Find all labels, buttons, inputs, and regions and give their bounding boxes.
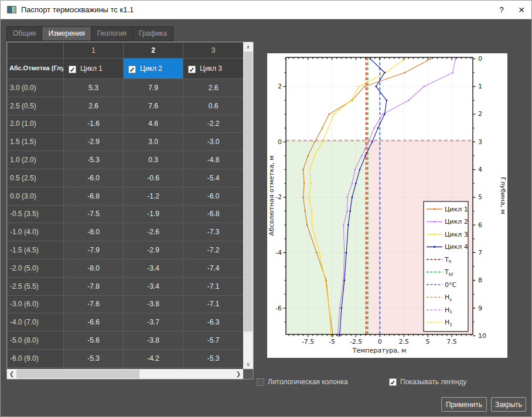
table-cell[interactable]: -3.0 bbox=[183, 133, 244, 151]
help-button[interactable]: ? bbox=[492, 1, 511, 19]
table-cell[interactable]: 2.6 bbox=[64, 97, 124, 115]
column-header-1[interactable]: 1 bbox=[64, 43, 124, 59]
table-cell[interactable]: -5.7 bbox=[183, 331, 244, 350]
table-cell[interactable]: -3.4 bbox=[124, 259, 183, 277]
cycle-checkbox-label: Цикл 3 bbox=[200, 64, 222, 73]
table-cell[interactable]: -4.8 bbox=[183, 151, 244, 169]
tab-measurements[interactable]: Измерения bbox=[42, 26, 90, 41]
table-cell[interactable]: -4.2 bbox=[124, 349, 183, 367]
table-cell[interactable]: -7.9 bbox=[64, 241, 124, 259]
apply-button[interactable]: Применить bbox=[441, 397, 487, 412]
table-cell[interactable]: 7.6 bbox=[124, 97, 183, 115]
chart-legend: Цикл 1Цикл 2Цикл 3Цикл 4ThTbf0°CHzH1H2 bbox=[424, 201, 468, 331]
svg-text:4: 4 bbox=[478, 166, 482, 173]
svg-text:5: 5 bbox=[426, 338, 430, 346]
cycle-checkbox-cell-3[interactable]: ✓Цикл 3 bbox=[183, 59, 244, 79]
cycle-checkbox-1[interactable]: ✓ bbox=[69, 66, 76, 73]
table-cell[interactable]: 0.6 bbox=[183, 97, 244, 115]
scrollbar-corner bbox=[243, 369, 253, 379]
table-cell[interactable]: -7.2 bbox=[183, 241, 244, 259]
table-cell[interactable]: -5.6 bbox=[64, 331, 124, 350]
cycle-checkbox-label: Цикл 1 bbox=[80, 64, 103, 73]
table-cell[interactable]: -2.6 bbox=[124, 223, 183, 241]
table-cell[interactable]: -7.6 bbox=[64, 295, 124, 313]
dialog-body: ОбщиеИзмеренияГеологияГрафика 123Абс.Отм… bbox=[1, 19, 531, 417]
svg-text:6: 6 bbox=[478, 221, 482, 229]
table-cell[interactable]: -2.9 bbox=[124, 241, 183, 259]
column-header-2[interactable]: 2 bbox=[124, 43, 183, 59]
table-cell[interactable]: -6.8 bbox=[183, 205, 244, 223]
scroll-up-icon[interactable]: ∧ bbox=[243, 42, 253, 52]
table-cell[interactable]: -7.5 bbox=[64, 205, 124, 223]
table-cell[interactable]: 4.6 bbox=[124, 115, 183, 133]
table-cell[interactable]: -6.0 bbox=[64, 169, 124, 187]
close-window-button[interactable]: ✕ bbox=[511, 1, 531, 19]
table-cell[interactable]: -3.4 bbox=[124, 277, 183, 295]
scroll-down-icon[interactable]: ∨ bbox=[243, 360, 253, 369]
row-header: 2.0 (1.0) bbox=[8, 115, 64, 133]
table-cell[interactable]: -7.1 bbox=[183, 277, 244, 295]
close-button[interactable]: Закрыть bbox=[491, 397, 526, 412]
table-cell[interactable]: -3.8 bbox=[124, 331, 183, 350]
show-legend-checkbox-box[interactable]: ✓ bbox=[389, 378, 397, 386]
row-header: -2.0 (5.0) bbox=[8, 259, 64, 277]
cycle-checkbox-cell-2[interactable]: ✓Цикл 2 bbox=[124, 59, 183, 79]
table-corner-cell bbox=[8, 43, 64, 59]
scroll-left-icon[interactable]: ❮ bbox=[7, 369, 16, 379]
table-cell[interactable]: 7.9 bbox=[124, 79, 183, 97]
table-cell[interactable]: -6.6 bbox=[64, 313, 124, 331]
horizontal-scroll-handle[interactable] bbox=[16, 370, 139, 378]
tab-geology[interactable]: Геология bbox=[91, 26, 132, 41]
row-header: -1.0 (4.0) bbox=[8, 223, 64, 241]
table-cell[interactable]: -5.4 bbox=[183, 169, 244, 187]
row-header: -4.0 (7.0) bbox=[8, 313, 64, 331]
vertical-scrollbar[interactable]: ∧ ∨ bbox=[243, 42, 253, 369]
scroll-right-icon[interactable]: ❯ bbox=[234, 369, 243, 379]
table-cell[interactable]: -5.3 bbox=[64, 349, 124, 367]
table-cell[interactable]: -8.0 bbox=[64, 259, 124, 277]
tab-general[interactable]: Общие bbox=[6, 26, 42, 41]
table-row: -2.5 (5.5)-7.8-3.4-7.1 bbox=[8, 277, 244, 295]
table-cell[interactable]: -3.7 bbox=[124, 313, 183, 331]
table-cell[interactable]: 2.6 bbox=[183, 79, 244, 97]
window-icon bbox=[7, 6, 16, 13]
table-cell[interactable]: -8.0 bbox=[64, 223, 124, 241]
svg-text:2: 2 bbox=[478, 110, 482, 118]
show-legend-checkbox[interactable]: ✓ Показывать легенду bbox=[389, 378, 466, 386]
table-cell[interactable]: -7.4 bbox=[183, 259, 244, 277]
table-cell[interactable]: 0.3 bbox=[124, 151, 183, 169]
horizontal-scrollbar[interactable]: ❮ ❯ bbox=[7, 369, 243, 379]
svg-text:-7.5: -7.5 bbox=[302, 338, 314, 346]
lithology-checkbox[interactable]: Литологическая колонка bbox=[257, 378, 348, 386]
vertical-scroll-handle[interactable] bbox=[244, 52, 253, 331]
table-cell[interactable]: 5.3 bbox=[64, 79, 124, 97]
svg-text:Цикл 2: Цикл 2 bbox=[445, 218, 468, 225]
table-cell[interactable]: -6.8 bbox=[64, 187, 124, 205]
table-cell[interactable]: 3.0 bbox=[124, 133, 183, 151]
table-cell[interactable]: -5.3 bbox=[64, 151, 124, 169]
dialog-window: Паспорт термоскважины тс к1.1 ? ✕ ОбщиеИ… bbox=[0, 0, 532, 417]
table-cell[interactable]: -3.8 bbox=[124, 295, 183, 313]
cycle-checkbox-3[interactable]: ✓ bbox=[188, 66, 196, 73]
cycle-checkbox-cell-1[interactable]: ✓Цикл 1 bbox=[64, 59, 124, 79]
lithology-checkbox-box[interactable] bbox=[257, 378, 264, 386]
table-cell[interactable]: -7.3 bbox=[183, 223, 244, 241]
table-cell[interactable]: -6.3 bbox=[183, 313, 244, 331]
y-right-axis-label: Глубина, м bbox=[499, 177, 507, 214]
table-cell[interactable]: -5.3 bbox=[183, 349, 244, 367]
table-cell[interactable]: -1.6 bbox=[64, 115, 124, 133]
table-cell[interactable]: -7.8 bbox=[64, 277, 124, 295]
table-cell[interactable]: -7.1 bbox=[183, 295, 244, 313]
table-cell[interactable]: -2.2 bbox=[183, 115, 244, 133]
column-header-3[interactable]: 3 bbox=[183, 43, 244, 59]
row-header: 2.5 (0.5) bbox=[8, 97, 64, 115]
table-cell[interactable]: -6.0 bbox=[183, 187, 244, 205]
table-cell[interactable]: -0.6 bbox=[124, 169, 183, 187]
table-cell[interactable]: -1.9 bbox=[124, 205, 183, 223]
table-cell[interactable]: -1.2 bbox=[124, 187, 183, 205]
cycle-checkbox-2[interactable]: ✓ bbox=[128, 66, 136, 73]
table-row: 0.0 (3.0)-6.8-1.2-6.0 bbox=[8, 187, 244, 205]
tab-graphics[interactable]: Графика bbox=[132, 26, 173, 41]
tab-bar: ОбщиеИзмеренияГеологияГрафика bbox=[6, 26, 173, 41]
table-cell[interactable]: -2.9 bbox=[64, 133, 124, 151]
